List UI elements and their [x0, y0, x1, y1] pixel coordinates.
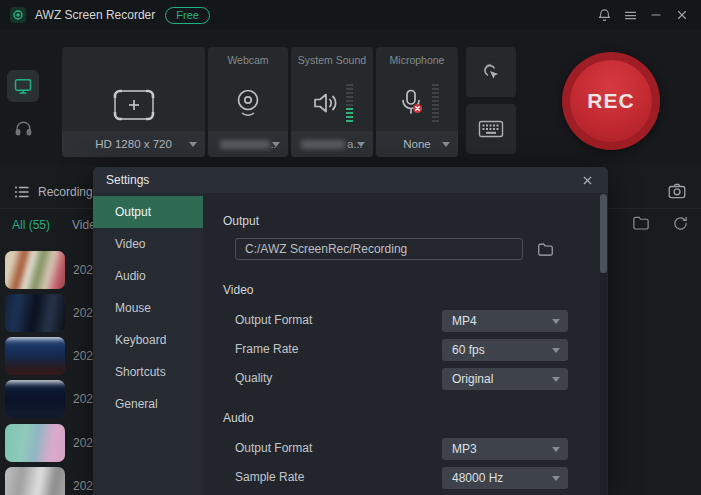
screen-record-mode-button[interactable] [7, 70, 39, 102]
audio-record-mode-button[interactable] [11, 116, 35, 140]
recording-thumbnail [5, 294, 65, 332]
system-sound-device-dropdown[interactable]: a... [291, 131, 373, 157]
webcam-panel[interactable]: Webcam .. [208, 47, 288, 157]
screenshot-camera-icon[interactable] [667, 182, 687, 200]
microphone-panel[interactable]: Microphone None [376, 47, 458, 157]
close-button[interactable] [669, 0, 695, 30]
chevron-down-icon [552, 319, 560, 324]
app-title: AWZ Screen Recorder [35, 8, 155, 22]
rec-label: REC [587, 89, 634, 113]
tab-all[interactable]: All (55) [12, 218, 50, 232]
keystroke-display-button[interactable] [466, 104, 516, 154]
system-sound-device-blurred [301, 140, 345, 149]
menu-icon[interactable] [617, 0, 643, 30]
audio-output-format-value: MP3 [452, 442, 477, 456]
microphone-label: Microphone [376, 54, 458, 66]
frame-rate-dropdown[interactable]: 60 fps [442, 339, 568, 361]
microphone-device-dropdown[interactable]: None [376, 131, 458, 157]
app-logo-icon [10, 7, 26, 23]
chevron-down-icon [189, 142, 197, 147]
settings-close-button[interactable] [574, 167, 600, 193]
capture-region-panel[interactable]: HD 1280 x 720 [62, 47, 205, 157]
settings-title: Settings [106, 173, 149, 187]
chevron-down-icon [552, 348, 560, 353]
settings-dialog-titlebar: Settings [93, 167, 608, 193]
quality-value: Original [452, 372, 493, 386]
microphone-icon [376, 77, 458, 129]
recording-thumbnail [5, 337, 65, 375]
nav-item-audio[interactable]: Audio [93, 260, 203, 292]
webcam-device-dropdown[interactable]: .. [208, 131, 288, 157]
system-sound-panel[interactable]: System Sound a... [291, 47, 373, 157]
free-badge[interactable]: Free [165, 7, 210, 24]
open-folder-icon[interactable] [632, 215, 650, 232]
output-path-input[interactable] [235, 238, 523, 260]
audio-section-header: Audio [223, 411, 254, 425]
settings-dialog: Settings Output Video Audio Mouse Keyboa… [93, 167, 608, 495]
frame-rate-label: Frame Rate [235, 342, 298, 356]
recording-thumbnail [5, 467, 65, 495]
refresh-icon[interactable] [672, 215, 689, 232]
resolution-value: HD 1280 x 720 [95, 138, 172, 150]
nav-item-keyboard[interactable]: Keyboard [93, 324, 203, 356]
list-icon [14, 185, 30, 199]
settings-nav: Output Video Audio Mouse Keyboard Shortc… [93, 193, 203, 495]
system-sound-icon [291, 77, 373, 129]
recording-thumbnail [5, 424, 65, 462]
quality-label: Quality [235, 371, 272, 385]
video-output-format-dropdown[interactable]: MP4 [442, 310, 568, 332]
chevron-down-icon [552, 447, 560, 452]
output-section-header: Output [223, 214, 259, 228]
titlebar: AWZ Screen Recorder Free [0, 0, 701, 30]
resolution-dropdown[interactable]: HD 1280 x 720 [62, 131, 205, 157]
notification-bell-icon[interactable] [591, 0, 617, 30]
rec-button[interactable]: REC [562, 52, 660, 150]
settings-content: Output Video Output Format MP4 Frame Rat… [203, 193, 608, 495]
quality-dropdown[interactable]: Original [442, 368, 568, 390]
sample-rate-value: 48000 Hz [452, 471, 503, 485]
chevron-down-icon [272, 142, 280, 147]
scrollbar-thumb[interactable] [600, 194, 607, 273]
nav-item-output[interactable]: Output [93, 196, 203, 228]
chevron-down-icon [442, 142, 450, 147]
video-output-format-label: Output Format [235, 313, 312, 327]
system-sound-label: System Sound [291, 54, 373, 66]
minimize-button[interactable] [643, 0, 669, 30]
webcam-label: Webcam [208, 54, 288, 66]
video-output-format-value: MP4 [452, 314, 477, 328]
chevron-down-icon [357, 142, 365, 147]
webcam-device-blurred [220, 140, 270, 149]
audio-output-format-dropdown[interactable]: MP3 [442, 438, 568, 460]
video-section-header: Video [223, 283, 253, 297]
browse-folder-icon[interactable] [534, 238, 556, 260]
webcam-icon [208, 77, 288, 129]
audio-output-format-label: Output Format [235, 441, 312, 455]
system-sound-meter [346, 84, 353, 122]
recording-thumbnail [5, 380, 65, 418]
nav-item-general[interactable]: General [93, 388, 203, 420]
nav-item-shortcuts[interactable]: Shortcuts [93, 356, 203, 388]
sample-rate-dropdown[interactable]: 48000 Hz [442, 467, 568, 489]
frame-rate-value: 60 fps [452, 343, 485, 357]
recording-thumbnail [5, 251, 65, 289]
chevron-down-icon [552, 377, 560, 382]
sample-rate-label: Sample Rate [235, 470, 304, 484]
microphone-meter [432, 84, 439, 122]
app-window: AWZ Screen Recorder Free [0, 0, 701, 495]
chevron-down-icon [552, 476, 560, 481]
nav-item-video[interactable]: Video [93, 228, 203, 260]
microphone-device-value: None [403, 138, 431, 150]
settings-scrollbar[interactable] [600, 193, 607, 495]
nav-item-mouse[interactable]: Mouse [93, 292, 203, 324]
mouse-click-effect-button[interactable] [466, 47, 516, 97]
